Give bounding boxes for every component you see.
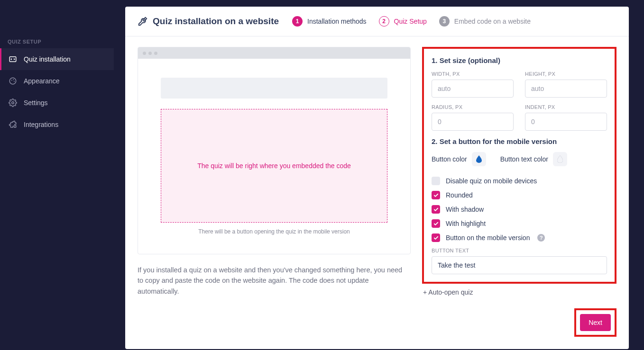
stepper: 1 Installation methods 2 Quiz Setup 3 Em… <box>292 16 531 27</box>
checkbox-with-highlight[interactable] <box>432 219 440 228</box>
preview-caption: There will be a button opening the quiz … <box>161 223 387 242</box>
checkbox-rounded[interactable] <box>432 191 440 199</box>
svg-point-4 <box>14 81 15 82</box>
check-icon <box>433 193 439 198</box>
checkbox-label: Button on the mobile version <box>446 234 530 242</box>
color-drop-icon <box>557 155 563 163</box>
preview-body: The quiz will be right where you embedde… <box>138 59 410 254</box>
preview-column: The quiz will be right where you embedde… <box>138 47 411 337</box>
sidebar: QUIZ SETUP Quiz installation Appearance … <box>0 0 114 350</box>
sidebar-section-title: QUIZ SETUP <box>0 33 114 48</box>
sidebar-item-quiz-installation[interactable]: Quiz installation <box>0 48 114 70</box>
preview-card: The quiz will be right where you embedde… <box>138 47 411 254</box>
button-text-input[interactable] <box>432 256 607 274</box>
gear-icon <box>9 99 17 107</box>
svg-point-2 <box>11 80 12 81</box>
check-icon <box>433 207 439 212</box>
button-text-label: BUTTON TEXT <box>432 248 607 253</box>
height-input[interactable] <box>525 80 607 98</box>
checkbox-label: With highlight <box>446 220 486 227</box>
sidebar-item-appearance[interactable]: Appearance <box>0 70 114 92</box>
window-dot-icon <box>154 52 157 55</box>
svg-point-3 <box>13 79 14 80</box>
radius-input[interactable] <box>432 113 514 131</box>
sidebar-item-integrations[interactable]: Integrations <box>0 114 114 135</box>
code-embed-icon <box>9 55 17 63</box>
height-label: HEIGHT, PX <box>525 71 607 77</box>
puzzle-icon <box>9 120 17 129</box>
step-embed-code[interactable]: 3 Embed code on a website <box>439 16 531 27</box>
placeholder-bar <box>161 78 387 99</box>
checkbox-button-mobile[interactable] <box>432 233 440 242</box>
window-dot-icon <box>148 52 152 55</box>
width-input[interactable] <box>432 80 514 98</box>
embed-zone: The quiz will be right where you embedde… <box>161 109 387 223</box>
step-label: Installation methods <box>307 18 367 25</box>
page-title: Quiz installation on a website <box>138 16 279 27</box>
section-mobile-button: 2. Set a button for the mobile version <box>432 137 607 145</box>
embed-zone-text: The quiz will be right where you embedde… <box>197 162 351 170</box>
page-title-text: Quiz installation on a website <box>153 16 279 27</box>
svg-point-5 <box>12 102 14 104</box>
window-dot-icon <box>143 52 146 55</box>
sidebar-item-label: Integrations <box>24 121 58 128</box>
next-button-highlight: Next <box>574 308 616 337</box>
sidebar-item-settings[interactable]: Settings <box>0 92 114 114</box>
svg-point-1 <box>9 78 16 84</box>
auto-open-toggle[interactable]: + Auto-open quiz <box>422 288 473 296</box>
indent-label: INDENT, PX <box>525 104 607 110</box>
sidebar-item-label: Settings <box>24 99 48 107</box>
checkbox-label: With shadow <box>446 206 484 213</box>
checkbox-label: Rounded <box>446 191 473 199</box>
window-bar <box>138 47 410 59</box>
sidebar-item-label: Quiz installation <box>24 55 71 63</box>
panel: Quiz installation on a website 1 Install… <box>125 7 629 349</box>
checkbox-label: Disable quiz on mobile devices <box>446 177 537 185</box>
section-set-size: 1. Set size (optional) <box>432 56 607 64</box>
next-button[interactable]: Next <box>580 314 611 331</box>
main-content: Quiz installation on a website 1 Install… <box>114 0 644 350</box>
palette-icon <box>9 77 17 85</box>
color-drop-icon <box>476 155 482 163</box>
button-text-color-label: Button text color <box>500 155 548 163</box>
step-label: Quiz Setup <box>394 18 427 25</box>
button-color-label: Button color <box>432 155 467 163</box>
info-note: If you installed a quiz on a website and… <box>138 265 403 296</box>
button-color-picker[interactable] <box>472 152 486 166</box>
help-icon[interactable]: ? <box>537 234 545 242</box>
sidebar-item-label: Appearance <box>24 77 60 85</box>
width-label: WIDTH, PX <box>432 71 514 77</box>
tools-icon <box>138 16 148 27</box>
step-number: 1 <box>292 16 303 27</box>
panel-header: Quiz installation on a website 1 Install… <box>125 7 629 36</box>
settings-column: 1. Set size (optional) WIDTH, PX HEIGHT,… <box>422 47 616 337</box>
settings-highlight: 1. Set size (optional) WIDTH, PX HEIGHT,… <box>422 47 616 284</box>
step-quiz-setup[interactable]: 2 Quiz Setup <box>379 16 427 27</box>
checkbox-with-shadow[interactable] <box>432 205 440 214</box>
panel-body: The quiz will be right where you embedde… <box>125 36 629 349</box>
indent-input[interactable] <box>525 113 607 131</box>
radius-label: RADIUS, PX <box>432 104 514 110</box>
footer-actions: Next <box>422 308 616 337</box>
step-number: 2 <box>379 16 389 27</box>
check-icon <box>433 235 439 241</box>
check-icon <box>433 221 439 226</box>
checkbox-disable-mobile[interactable] <box>432 177 440 185</box>
step-label: Embed code on a website <box>454 18 531 25</box>
step-installation-methods[interactable]: 1 Installation methods <box>292 16 367 27</box>
step-number: 3 <box>439 16 450 27</box>
button-text-color-picker[interactable] <box>553 152 567 166</box>
